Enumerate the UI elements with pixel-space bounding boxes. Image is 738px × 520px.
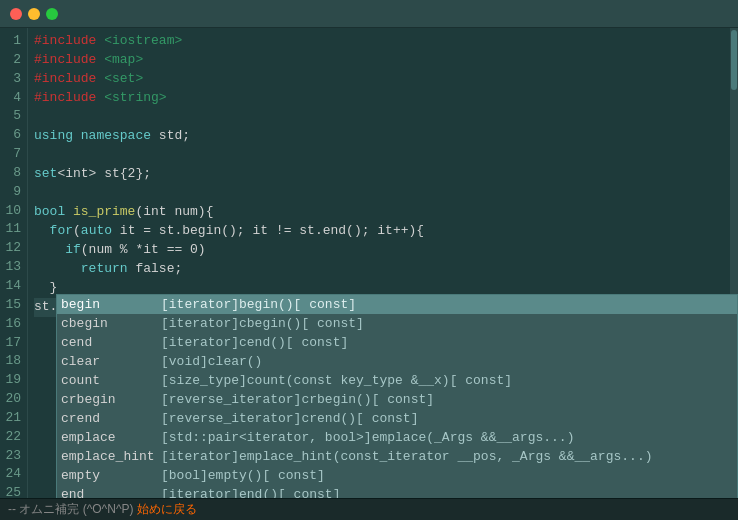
line-number: 19 bbox=[4, 371, 21, 390]
autocomplete-item[interactable]: cend[iterator]cend()[ const] bbox=[57, 333, 737, 352]
autocomplete-item[interactable]: emplace_hint[iterator]emplace_hint(const… bbox=[57, 447, 737, 466]
line-number: 2 bbox=[4, 51, 21, 70]
autocomplete-item-name: crend bbox=[61, 412, 161, 425]
autocomplete-item[interactable]: count[size_type]count(const key_type &__… bbox=[57, 371, 737, 390]
code-line bbox=[34, 184, 732, 203]
autocomplete-dropdown[interactable]: begin[iterator]begin()[ const]cbegin[ite… bbox=[56, 294, 738, 498]
line-number: 11 bbox=[4, 220, 21, 239]
autocomplete-item[interactable]: empty[bool]empty()[ const] bbox=[57, 466, 737, 485]
code-line: if(num % *it == 0) bbox=[34, 241, 732, 260]
autocomplete-item-sig: [iterator]end()[ const] bbox=[161, 488, 733, 498]
traffic-lights bbox=[10, 8, 58, 20]
autocomplete-item-sig: [reverse_iterator]crend()[ const] bbox=[161, 412, 733, 425]
code-line: return false; bbox=[34, 260, 732, 279]
code-line: using namespace std; bbox=[34, 127, 732, 146]
statusbar: -- オムニ補完 (^O^N^P) 始めに戻る bbox=[0, 498, 738, 520]
line-number: 1 bbox=[4, 32, 21, 51]
autocomplete-item[interactable]: clear[void]clear() bbox=[57, 352, 737, 371]
autocomplete-item-name: count bbox=[61, 374, 161, 387]
status-link[interactable]: 始めに戻る bbox=[137, 501, 197, 518]
line-number: 7 bbox=[4, 145, 21, 164]
autocomplete-item[interactable]: emplace[std::pair<iterator, bool>]emplac… bbox=[57, 428, 737, 447]
autocomplete-item-name: emplace_hint bbox=[61, 450, 161, 463]
autocomplete-item-name: emplace bbox=[61, 431, 161, 444]
titlebar bbox=[0, 0, 738, 28]
autocomplete-item-name: cbegin bbox=[61, 317, 161, 330]
autocomplete-item-sig: [iterator]emplace_hint(const_iterator __… bbox=[161, 450, 733, 463]
autocomplete-item-sig: [iterator]cend()[ const] bbox=[161, 336, 733, 349]
autocomplete-item-sig: [bool]empty()[ const] bbox=[161, 469, 733, 482]
scrollbar-thumb[interactable] bbox=[731, 30, 737, 90]
status-omni-text: -- オムニ補完 (^O^N^P) bbox=[8, 501, 137, 518]
line-number: 10 bbox=[4, 202, 21, 221]
code-line: set<int> st{2}; bbox=[34, 165, 732, 184]
code-area[interactable]: #include <iostream>#include <map>#includ… bbox=[28, 28, 738, 498]
line-number: 12 bbox=[4, 239, 21, 258]
autocomplete-item-sig: [iterator]cbegin()[ const] bbox=[161, 317, 733, 330]
autocomplete-item-name: end bbox=[61, 488, 161, 498]
autocomplete-item-name: empty bbox=[61, 469, 161, 482]
autocomplete-item-sig: [iterator]begin()[ const] bbox=[161, 298, 733, 311]
line-number: 15 bbox=[4, 296, 21, 315]
autocomplete-item-name: begin bbox=[61, 298, 161, 311]
line-number: 14 bbox=[4, 277, 21, 296]
code-line: #include <iostream> bbox=[34, 32, 732, 51]
autocomplete-item-sig: [std::pair<iterator, bool>]emplace(_Args… bbox=[161, 431, 733, 444]
autocomplete-item[interactable]: crend[reverse_iterator]crend()[ const] bbox=[57, 409, 737, 428]
line-number: 21 bbox=[4, 409, 21, 428]
line-number: 9 bbox=[4, 183, 21, 202]
line-number: 24 bbox=[4, 465, 21, 484]
line-number: 25 bbox=[4, 484, 21, 498]
line-number: 6 bbox=[4, 126, 21, 145]
autocomplete-item-sig: [size_type]count(const key_type &__x)[ c… bbox=[161, 374, 733, 387]
code-line: bool is_prime(int num){ bbox=[34, 203, 732, 222]
autocomplete-item-sig: [void]clear() bbox=[161, 355, 733, 368]
autocomplete-item[interactable]: crbegin[reverse_iterator]crbegin()[ cons… bbox=[57, 390, 737, 409]
autocomplete-item-name: crbegin bbox=[61, 393, 161, 406]
line-number: 8 bbox=[4, 164, 21, 183]
code-line bbox=[34, 146, 732, 165]
line-number: 22 bbox=[4, 428, 21, 447]
line-number: 5 bbox=[4, 107, 21, 126]
line-number: 16 bbox=[4, 315, 21, 334]
fullscreen-button[interactable] bbox=[46, 8, 58, 20]
autocomplete-item-name: cend bbox=[61, 336, 161, 349]
line-number: 18 bbox=[4, 352, 21, 371]
code-line: #include <map> bbox=[34, 51, 732, 70]
minimize-button[interactable] bbox=[28, 8, 40, 20]
autocomplete-item-sig: [reverse_iterator]crbegin()[ const] bbox=[161, 393, 733, 406]
line-number: 4 bbox=[4, 89, 21, 108]
editor: 1234567891011121314151617181920212223242… bbox=[0, 28, 738, 498]
line-number: 20 bbox=[4, 390, 21, 409]
code-line: #include <set> bbox=[34, 70, 732, 89]
code-line bbox=[34, 108, 732, 127]
line-number: 3 bbox=[4, 70, 21, 89]
code-line: #include <string> bbox=[34, 89, 732, 108]
line-number: 23 bbox=[4, 447, 21, 466]
autocomplete-item[interactable]: end[iterator]end()[ const] bbox=[57, 485, 737, 498]
line-number: 13 bbox=[4, 258, 21, 277]
close-button[interactable] bbox=[10, 8, 22, 20]
line-numbers: 1234567891011121314151617181920212223242… bbox=[0, 28, 28, 498]
autocomplete-item-name: clear bbox=[61, 355, 161, 368]
code-line: for(auto it = st.begin(); it != st.end()… bbox=[34, 222, 732, 241]
line-number: 17 bbox=[4, 334, 21, 353]
autocomplete-item[interactable]: begin[iterator]begin()[ const] bbox=[57, 295, 737, 314]
autocomplete-item[interactable]: cbegin[iterator]cbegin()[ const] bbox=[57, 314, 737, 333]
